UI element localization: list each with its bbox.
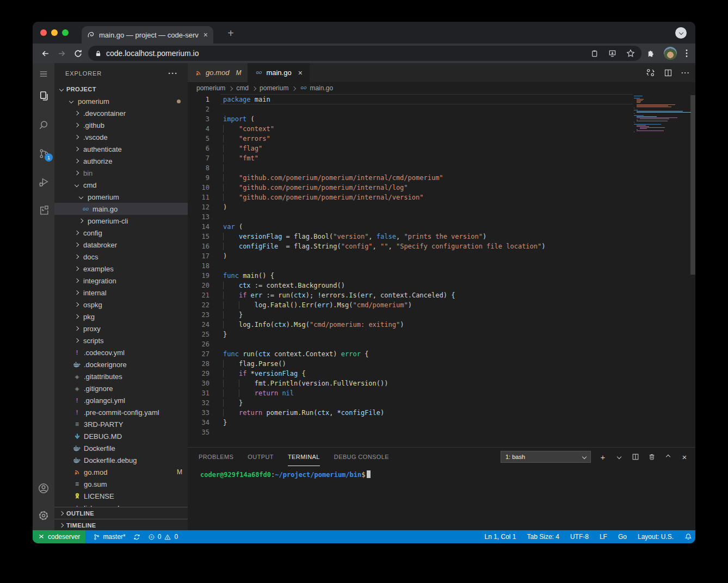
status-item[interactable]: LF [600, 533, 607, 541]
tree-item-ospkg[interactable]: ospkg [54, 299, 188, 311]
browser-tab[interactable]: main.go — project — code-serv × [82, 26, 213, 44]
tree-item-main.go[interactable]: GOmain.go [54, 203, 188, 215]
code-line-2[interactable]: 2 [188, 104, 695, 114]
code-line-3[interactable]: 3import ( [188, 114, 695, 124]
tree-section-project[interactable]: PROJECT [54, 83, 188, 95]
tree-item-go.sum[interactable]: ≡go.sum [54, 478, 188, 490]
code-editor[interactable]: 1package main23import (4 "context"5 "err… [188, 94, 695, 447]
source-control-icon[interactable]: 1 [33, 142, 54, 164]
code-line-22[interactable]: 22 log.Fatal().Err(err).Msg("cmd/pomeriu… [188, 300, 695, 310]
tree-item-.vscode[interactable]: .vscode [54, 131, 188, 143]
status-item[interactable]: Layout: U.S. [638, 533, 674, 541]
tree-item-pkg[interactable]: pkg [54, 311, 188, 322]
code-line-7[interactable]: 7 "fmt" [188, 153, 695, 163]
tree-item-docs[interactable]: docs [54, 251, 188, 263]
git-branch-status[interactable]: master* [93, 533, 125, 541]
tree-item-pomerium[interactable]: pomerium [54, 191, 188, 203]
code-line-24[interactable]: 24 log.Info(ctx).Msg("cmd/pomerium: exit… [188, 320, 695, 330]
run-debug-icon[interactable] [33, 171, 54, 193]
tree-item-.dockerignore[interactable]: .dockerignore [54, 358, 188, 370]
close-panel-icon[interactable]: × [680, 452, 689, 461]
maximize-panel-icon[interactable] [664, 452, 673, 461]
terminal-shell-select[interactable]: 1: bash [501, 451, 591, 463]
code-line-15[interactable]: 15 versionFlag = flag.Bool("version", fa… [188, 232, 695, 241]
breadcrumb-item[interactable]: cmd [236, 84, 249, 92]
tree-item-.golangci.yml[interactable]: !.golangci.yml [54, 394, 188, 406]
install-app-icon[interactable] [608, 49, 616, 58]
tree-item-Dockerfile[interactable]: Dockerfile [54, 442, 188, 454]
address-bar[interactable]: code.localhost.pomerium.io [88, 46, 641, 61]
open-changes-icon[interactable] [646, 68, 655, 77]
search-icon[interactable] [33, 114, 54, 135]
code-line-27[interactable]: 27func run(ctx context.Context) error { [188, 349, 695, 359]
code-line-26[interactable]: 26 [188, 339, 695, 349]
explorer-files-icon[interactable] [33, 85, 54, 107]
panel-tab-problems[interactable]: PROBLEMS [199, 448, 233, 466]
editor-tab-main.go[interactable]: GOmain.go× [248, 63, 309, 82]
clipboard-icon[interactable] [590, 49, 599, 58]
forward-button[interactable] [53, 45, 70, 61]
close-tab-icon[interactable]: × [203, 30, 208, 39]
status-item[interactable]: Ln 1, Col 1 [485, 533, 516, 541]
bookmark-star-icon[interactable] [626, 49, 635, 58]
remote-indicator[interactable]: codeserver [33, 530, 85, 543]
panel-tab-terminal[interactable]: TERMINAL [288, 448, 320, 466]
minimap[interactable] [634, 96, 688, 134]
code-line-34[interactable]: 34} [188, 418, 695, 427]
tree-item-integration[interactable]: integration [54, 275, 188, 287]
menu-hamburger-icon[interactable] [33, 63, 54, 85]
tree-item-proxy[interactable]: proxy [54, 322, 188, 334]
code-line-14[interactable]: 14var ( [188, 222, 695, 232]
breadcrumb-item[interactable]: pomerium [260, 84, 288, 92]
code-line-5[interactable]: 5 "errors" [188, 134, 695, 144]
tree-item-pomerium-cli[interactable]: pomerium-cli [54, 215, 188, 227]
problems-status[interactable]: 0 0 [148, 533, 178, 541]
tree-item-cmd[interactable]: cmd [54, 179, 188, 191]
panel-tab-output[interactable]: OUTPUT [248, 448, 274, 466]
code-line-29[interactable]: 29 if *versionFlag { [188, 369, 695, 379]
account-icon[interactable] [33, 477, 54, 499]
extensions-icon[interactable] [33, 199, 54, 221]
profile-avatar[interactable] [664, 47, 677, 60]
code-line-12[interactable]: 12) [188, 202, 695, 212]
tree-item-pomerium[interactable]: pomerium [54, 95, 188, 107]
code-line-32[interactable]: 32 } [188, 398, 695, 408]
back-button[interactable] [37, 45, 53, 61]
status-item[interactable]: Tab Size: 4 [527, 533, 559, 541]
status-item[interactable]: UTF-8 [570, 533, 589, 541]
tree-item-.codecov.yml[interactable]: !.codecov.yml [54, 346, 188, 358]
breadcrumb-item[interactable]: pomerium [196, 84, 225, 92]
settings-gear-icon[interactable] [33, 505, 54, 526]
split-terminal-icon[interactable] [631, 452, 640, 461]
more-actions-icon[interactable]: ··· [681, 69, 690, 77]
code-line-30[interactable]: 30 fmt.Println(version.FullVersion()) [188, 379, 695, 388]
reload-button[interactable] [70, 45, 86, 61]
code-line-23[interactable]: 23 } [188, 310, 695, 320]
code-line-1[interactable]: 1package main [188, 95, 695, 104]
code-line-4[interactable]: 4 "context" [188, 124, 695, 134]
notifications-bell-icon[interactable] [684, 533, 692, 541]
kill-terminal-trash-icon[interactable] [647, 452, 656, 461]
close-icon[interactable]: × [298, 69, 303, 77]
more-actions-icon[interactable]: ··· [168, 69, 178, 78]
code-line-20[interactable]: 20 ctx := context.Background() [188, 281, 695, 290]
code-line-13[interactable]: 13 [188, 212, 695, 222]
terminal-dropdown-icon[interactable] [615, 452, 624, 461]
code-line-19[interactable]: 19func main() { [188, 271, 695, 281]
code-line-17[interactable]: 17) [188, 251, 695, 261]
tree-item-go.mod[interactable]: go.modM [54, 466, 188, 478]
tree-item-DEBUG.MD[interactable]: DEBUG.MD [54, 430, 188, 442]
split-editor-icon[interactable] [664, 69, 673, 77]
sync-status[interactable] [133, 534, 140, 541]
code-line-16[interactable]: 16 configFile = flag.String("config", ""… [188, 241, 695, 251]
tree-item-.gitignore[interactable]: ◈.gitignore [54, 382, 188, 394]
status-item[interactable]: Go [618, 533, 627, 541]
tree-item-internal[interactable]: internal [54, 287, 188, 299]
tree-item-.devcontainer[interactable]: .devcontainer [54, 107, 188, 119]
tree-section-outline[interactable]: OUTLINE [54, 507, 188, 519]
code-line-18[interactable]: 18 [188, 261, 695, 271]
code-line-28[interactable]: 28 flag.Parse() [188, 359, 695, 369]
code-line-9[interactable]: 9 "github.com/pomerium/pomerium/internal… [188, 173, 695, 183]
code-line-25[interactable]: 25} [188, 330, 695, 339]
zoom-window-button[interactable] [62, 29, 69, 36]
